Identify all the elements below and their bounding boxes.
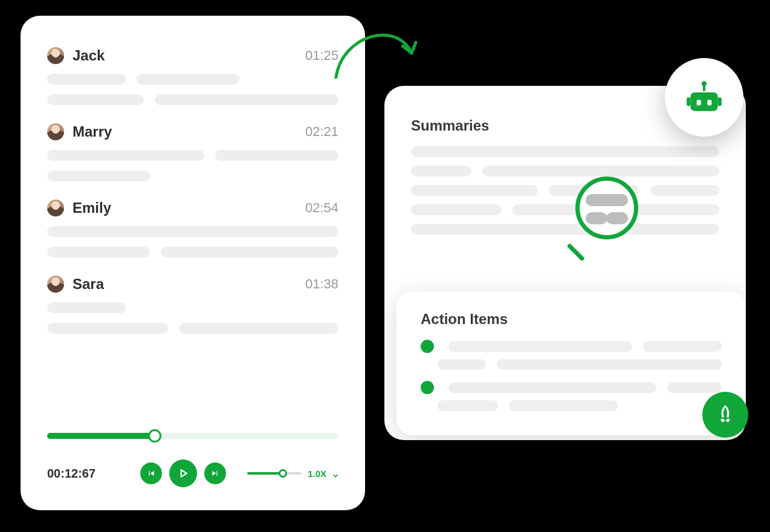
speaker-block: Jack 01:25 xyxy=(47,47,338,105)
speaker-name: Jack xyxy=(73,47,297,64)
speaker-name: Marry xyxy=(73,123,297,140)
summary-card: Summaries Action Items xyxy=(384,86,746,440)
elapsed-time: 00:12:67 xyxy=(47,467,120,481)
flow-arrow-icon xyxy=(330,17,433,89)
audio-player: 00:12:67 1.0X xyxy=(47,433,338,487)
svg-rect-7 xyxy=(707,100,711,105)
svg-point-3 xyxy=(702,81,707,86)
rocket-icon xyxy=(714,403,737,426)
play-icon xyxy=(177,467,189,479)
svg-rect-5 xyxy=(718,97,722,106)
bullet-icon xyxy=(421,381,434,394)
svg-rect-4 xyxy=(687,97,690,106)
speed-dropdown[interactable] xyxy=(332,470,338,476)
svg-rect-1 xyxy=(690,92,717,111)
action-items-title: Action Items xyxy=(421,311,722,328)
play-button[interactable] xyxy=(169,459,197,487)
avatar xyxy=(47,47,64,64)
avatar xyxy=(47,276,64,293)
speaker-time: 02:21 xyxy=(305,124,338,140)
speed-label: 1.0X xyxy=(308,469,326,479)
skip-back-icon xyxy=(147,469,155,478)
speed-slider[interactable] xyxy=(247,472,302,475)
avatar xyxy=(47,199,64,216)
svg-point-0 xyxy=(724,410,726,413)
action-items-card: Action Items xyxy=(396,291,746,435)
speaker-time: 02:54 xyxy=(305,200,338,216)
bullet-icon xyxy=(421,340,434,353)
speaker-block: Sara 01:38 xyxy=(47,276,338,334)
previous-button[interactable] xyxy=(140,462,162,484)
rocket-button[interactable] xyxy=(702,392,748,438)
skip-forward-icon xyxy=(211,469,219,478)
chevron-down-icon xyxy=(332,473,338,479)
bot-badge xyxy=(665,58,743,137)
bot-icon xyxy=(684,77,724,117)
speaker-block: Marry 02:21 xyxy=(47,123,338,181)
transcript-card: Jack 01:25 Marry 02:21 Emily 02:54 Sara … xyxy=(21,16,365,510)
action-item xyxy=(421,381,722,411)
avatar xyxy=(47,123,64,140)
speaker-block: Emily 02:54 xyxy=(47,199,338,258)
summaries-content xyxy=(411,146,719,235)
speaker-time: 01:38 xyxy=(305,276,338,292)
speaker-name: Emily xyxy=(73,199,297,216)
svg-rect-6 xyxy=(697,100,701,105)
speaker-name: Sara xyxy=(73,276,297,293)
next-button[interactable] xyxy=(204,462,226,484)
progress-slider[interactable] xyxy=(47,433,338,439)
action-item xyxy=(421,340,722,370)
